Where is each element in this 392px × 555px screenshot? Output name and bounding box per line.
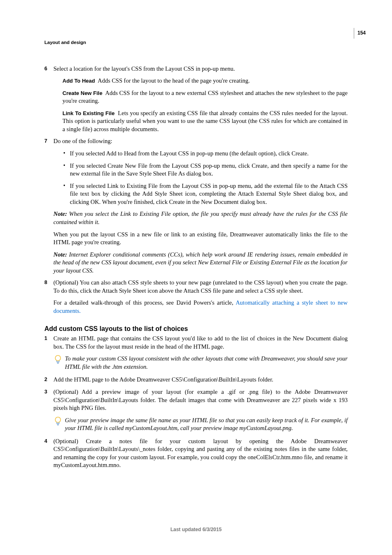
- step-6-intro: Select a location for the layout's CSS f…: [53, 65, 348, 73]
- term-link-existing: Link To Existing File: [62, 110, 115, 116]
- running-header: Layout and design: [44, 39, 348, 46]
- custom-step-3-text: (Optional) Add a preview image of your l…: [53, 388, 348, 412]
- svg-point-0: [55, 356, 61, 361]
- note-label: Note:: [53, 251, 67, 258]
- bullet-item: If you selected Link to Existing File fr…: [62, 182, 348, 206]
- step-number: 1: [44, 335, 47, 342]
- step-8-p2: For a detailed walk-through of this proc…: [53, 299, 348, 315]
- step-number: 3: [44, 388, 47, 396]
- option-link-existing: Link To Existing File Lets you specify a…: [62, 109, 348, 134]
- bullet-item: If you selected Add to Head from the Lay…: [62, 150, 348, 158]
- step-number: 4: [44, 437, 47, 445]
- custom-step-4-text: (Optional) Create a notes file for your …: [53, 437, 348, 469]
- step-6: 6 Select a location for the layout's CSS…: [44, 65, 348, 134]
- step-number: 7: [44, 137, 47, 145]
- step-8-p1: (Optional) You can also attach CSS style…: [53, 279, 348, 295]
- tip-1: To make your custom CSS layout consisten…: [53, 355, 348, 371]
- footer-last-updated: Last updated 6/3/2015: [0, 526, 392, 533]
- option-create-new-file: Create New File Adds CSS for the layout …: [62, 89, 348, 105]
- option-add-to-head: Add To Head Adds CSS for the layout to t…: [62, 77, 348, 85]
- step-7: 7 Do one of the following: If you select…: [44, 137, 348, 275]
- text-create-new-file: Adds CSS for the layout to a new externa…: [62, 90, 348, 104]
- page-content: Layout and design 6 Select a location fo…: [0, 0, 392, 469]
- bullet-item: If you selected Create New File from the…: [62, 162, 348, 178]
- tip-2: Give your preview image the same file na…: [53, 416, 348, 432]
- note-2-text: Internet Explorer conditional comments (…: [53, 251, 348, 274]
- svg-point-3: [55, 417, 61, 422]
- custom-step-2-text: Add the HTML page to the Adobe Dreamweav…: [53, 376, 348, 384]
- custom-step-1-text: Create an HTML page that contains the CS…: [53, 335, 348, 351]
- tip-1-text: To make your custom CSS layout consisten…: [65, 355, 348, 371]
- step-7-after-note: When you put the layout CSS in a new fil…: [53, 231, 348, 247]
- text-add-to-head: Adds CSS for the layout to the head of t…: [98, 77, 250, 84]
- note-1: Note: When you select the Link to Existi…: [53, 210, 348, 226]
- custom-step-3: 3 (Optional) Add a preview image of your…: [44, 388, 348, 432]
- lightbulb-icon: [54, 416, 62, 426]
- step-number: 2: [44, 376, 47, 384]
- step-7-bullets: If you selected Add to Head from the Lay…: [62, 150, 348, 206]
- subheading-add-custom-layouts: Add custom CSS layouts to the list of ch…: [44, 324, 348, 333]
- term-add-to-head: Add To Head: [62, 78, 95, 84]
- step-8: 8 (Optional) You can also attach CSS sty…: [44, 279, 348, 315]
- note-1-text: When you select the Link to Existing Fil…: [53, 210, 348, 225]
- tip-2-text: Give your preview image the same file na…: [65, 416, 348, 432]
- step-number: 8: [44, 279, 47, 287]
- lightbulb-icon: [54, 355, 62, 365]
- step-8-p2-text: For a detailed walk-through of this proc…: [53, 299, 235, 306]
- custom-step-4: 4 (Optional) Create a notes file for you…: [44, 437, 348, 469]
- custom-step-2: 2 Add the HTML page to the Adobe Dreamwe…: [44, 376, 348, 384]
- note-label: Note:: [53, 210, 67, 217]
- term-create-new-file: Create New File: [62, 90, 102, 96]
- note-2: Note: Internet Explorer conditional comm…: [53, 251, 348, 275]
- step-number: 6: [44, 65, 47, 73]
- custom-step-1: 1 Create an HTML page that contains the …: [44, 335, 348, 371]
- step-7-intro: Do one of the following:: [53, 137, 348, 146]
